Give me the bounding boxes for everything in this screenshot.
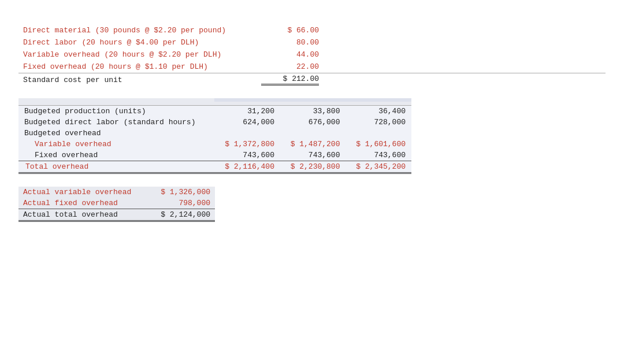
sc-row-value: 22.00 [261, 62, 319, 71]
sc-row: Fixed overhead (20 hours @ $1.10 per DLH… [18, 61, 606, 73]
fb-row-val-1: 743,600 [280, 150, 346, 161]
fb-row-label: Fixed overhead [18, 150, 214, 161]
sc-total-value: $ 212.00 [261, 75, 319, 86]
fb-section-label: Budgeted overhead [18, 128, 411, 139]
sc-row-value: 44.00 [261, 50, 319, 59]
sc-total-row: Standard cost per unit$ 212.00 [18, 73, 606, 87]
flexible-budget-table: Budgeted production (units)31,20033,8003… [18, 98, 411, 174]
fb-row-val-0: $ 1,372,800 [214, 139, 280, 150]
sc-row-label: Direct material (30 pounds @ $2.20 per p… [18, 25, 261, 35]
sc-row-value: 80.00 [261, 38, 319, 47]
fb-data-row: Budgeted production (units)31,20033,8003… [18, 106, 411, 117]
standard-costs-table: Direct material (30 pounds @ $2.20 per p… [18, 24, 606, 87]
actual-total-row: Actual total overhead$ 2,124,000 [18, 209, 215, 221]
actual-row-value: $ 1,326,000 [146, 187, 215, 198]
fb-row-val-0: 31,200 [214, 106, 280, 117]
flexible-budget-section: Budgeted production (units)31,20033,8003… [18, 98, 606, 174]
sc-row-label: Fixed overhead (20 hours @ $1.10 per DLH… [18, 62, 261, 72]
fb-row-label: Budgeted direct labor (standard hours) [18, 117, 214, 128]
sc-row: Direct material (30 pounds @ $2.20 per p… [18, 24, 606, 36]
sc-row-label: Variable overhead (20 hours @ $2.20 per … [18, 50, 261, 60]
fb-total-val-2: $ 2,345,200 [346, 161, 411, 173]
fb-data-row: Fixed overhead743,600743,600743,600 [18, 150, 411, 161]
fb-row-val-2: 728,000 [346, 117, 411, 128]
fb-row-val-0: 743,600 [214, 150, 280, 161]
fb-data-row: Budgeted direct labor (standard hours)62… [18, 117, 411, 128]
fb-row-val-1: 33,800 [280, 106, 346, 117]
sc-row-value: $ 66.00 [261, 26, 319, 35]
fb-total-label: Total overhead [18, 161, 214, 173]
fb-row-val-1: 676,000 [280, 117, 346, 128]
sc-row: Variable overhead (20 hours @ $2.20 per … [18, 49, 606, 61]
fb-data-row: Variable overhead$ 1,372,800$ 1,487,200$… [18, 139, 411, 150]
actual-total-value: $ 2,124,000 [146, 209, 215, 221]
fb-row-val-2: 36,400 [346, 106, 411, 117]
actual-row-value: 798,000 [146, 198, 215, 209]
actual-row-label: Actual fixed overhead [18, 198, 146, 209]
fb-row-val-0: 624,000 [214, 117, 280, 128]
actual-row-label: Actual variable overhead [18, 187, 146, 198]
fb-row-val-2: 743,600 [346, 150, 411, 161]
fb-section-row: Budgeted overhead [18, 128, 411, 139]
actual-row: Actual variable overhead$ 1,326,000 [18, 187, 215, 198]
fb-total-row: Total overhead$ 2,116,400$ 2,230,800$ 2,… [18, 161, 411, 173]
actual-table: Actual variable overhead$ 1,326,000Actua… [18, 187, 215, 222]
fb-total-val-0: $ 2,116,400 [214, 161, 280, 173]
fb-row-val-1: $ 1,487,200 [280, 139, 346, 150]
sc-row-label: Direct labor (20 hours @ $4.00 per DLH) [18, 38, 261, 47]
actual-total-label: Actual total overhead [18, 209, 146, 221]
fb-row-label: Variable overhead [18, 139, 214, 150]
sc-total-label: Standard cost per unit [18, 75, 261, 85]
fb-row-val-2: $ 1,601,600 [346, 139, 411, 150]
fb-row-label: Budgeted production (units) [18, 106, 214, 117]
sc-row: Direct labor (20 hours @ $4.00 per DLH)8… [18, 36, 606, 49]
fb-total-val-1: $ 2,230,800 [280, 161, 346, 173]
actual-row: Actual fixed overhead798,000 [18, 198, 215, 209]
